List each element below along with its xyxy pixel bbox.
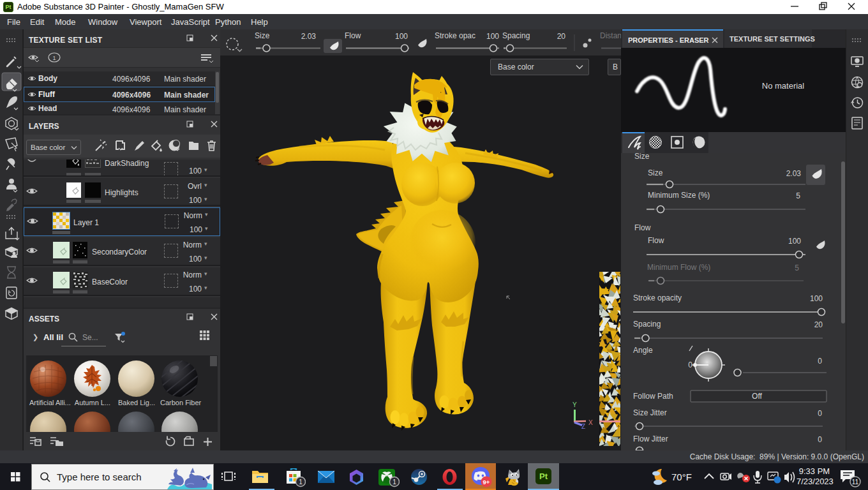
svg-text:Size Jitter: Size Jitter <box>633 408 667 417</box>
svg-text:Flow Jitter: Flow Jitter <box>633 434 668 443</box>
svg-text:X: X <box>588 419 593 426</box>
svg-text:0: 0 <box>818 409 822 418</box>
svg-text:No material: No material <box>762 81 805 91</box>
svg-text:Spacing: Spacing <box>633 320 661 329</box>
svg-text:9+: 9+ <box>483 479 490 486</box>
svg-text:Size: Size <box>634 153 650 161</box>
svg-text:Off: Off <box>752 392 762 401</box>
svg-text:Follow Path: Follow Path <box>633 392 673 401</box>
svg-text:0: 0 <box>818 435 822 444</box>
svg-text:Size: Size <box>255 31 270 40</box>
svg-text:5: 5 <box>795 264 799 272</box>
svg-text:5: 5 <box>796 191 800 200</box>
svg-text:Minimum Size (%): Minimum Size (%) <box>648 191 710 200</box>
svg-text:Angle: Angle <box>633 346 653 355</box>
svg-text:0: 0 <box>688 360 692 369</box>
svg-text:Flow: Flow <box>634 223 651 232</box>
svg-text:11: 11 <box>852 478 859 486</box>
svg-text:1: 1 <box>52 55 56 61</box>
svg-text:100: 100 <box>788 237 801 246</box>
svg-text:Minimum Flow (%): Minimum Flow (%) <box>647 263 710 272</box>
svg-text:100: 100 <box>810 294 823 303</box>
svg-text:Z: Z <box>581 423 585 430</box>
svg-text:Y: Y <box>572 401 577 408</box>
svg-text:100: 100 <box>395 32 408 41</box>
svg-text:2.03: 2.03 <box>301 32 317 41</box>
svg-text:Spacing: Spacing <box>502 31 530 40</box>
svg-text:Size: Size <box>648 168 663 177</box>
svg-text:2.03: 2.03 <box>786 169 802 178</box>
svg-text:1: 1 <box>299 479 303 486</box>
svg-text:0: 0 <box>818 357 822 366</box>
svg-text:Stroke opacity: Stroke opacity <box>633 293 682 302</box>
svg-text:100: 100 <box>486 32 499 41</box>
svg-text:20: 20 <box>814 320 823 329</box>
svg-text:Flow: Flow <box>345 31 361 40</box>
svg-text:20: 20 <box>557 32 566 41</box>
svg-text:1: 1 <box>393 479 396 486</box>
svg-text:Flow: Flow <box>648 236 664 245</box>
svg-text:Distan: Distan <box>600 31 621 40</box>
svg-text:Stroke opac: Stroke opac <box>435 31 475 40</box>
